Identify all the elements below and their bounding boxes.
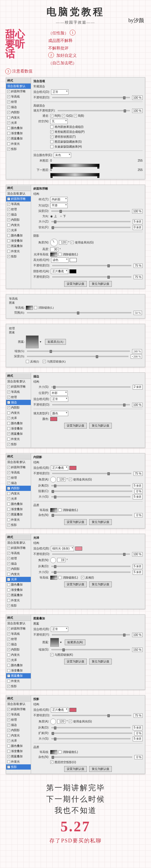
style-checkbox[interactable]: ✓ [7, 562, 10, 565]
link-layer-checkbox[interactable]: ✓ [43, 360, 46, 363]
knockout-dropdown[interactable]: 无 [50, 119, 68, 124]
sidebar-item[interactable]: ✓内阴影 [6, 566, 31, 571]
sidebar-item[interactable]: 颜色叠加 [6, 233, 31, 238]
snap-origin-button[interactable]: 贴紧原点(A) [45, 339, 66, 345]
dir-down-radio[interactable]: ○ [60, 215, 62, 218]
under-layer-gradient[interactable] [50, 173, 100, 177]
style-checkbox[interactable]: ✓ [7, 213, 10, 216]
reset-default-button[interactable]: 复位为默认值 [89, 766, 112, 772]
style-checkbox[interactable]: ✓ [7, 417, 10, 420]
sidebar-item[interactable]: ✓光泽 [6, 228, 31, 233]
scale-slider[interactable] [27, 350, 130, 352]
pattern-picker[interactable] [26, 335, 39, 348]
global-light-checkbox[interactable]: ✓ [71, 241, 74, 244]
style-checkbox[interactable] [7, 116, 10, 119]
global-light-checkbox[interactable]: ✓ [69, 478, 72, 481]
fill-value[interactable]: 100 [132, 108, 143, 113]
style-checkbox[interactable] [7, 234, 10, 237]
sidebar-item-blending-options[interactable]: 混合选项:默认 [6, 84, 31, 89]
stroke-opacity-slider[interactable] [52, 404, 129, 405]
style-checkbox[interactable]: ✓ [7, 524, 10, 526]
dir-up-radio[interactable]: ◉ [50, 215, 53, 218]
this-layer-gradient[interactable] [50, 164, 100, 167]
style-checkbox[interactable]: ✓ [7, 685, 10, 688]
stroke-blend-dropdown[interactable]: 正常 [51, 397, 68, 402]
ds-color-swatch[interactable] [69, 708, 76, 712]
sidebar-item[interactable]: ✓图案叠加 [6, 754, 31, 759]
style-checkbox[interactable]: ✓ [7, 674, 10, 677]
sidebar-item-blending-options[interactable]: 混合选项:默认 [6, 702, 31, 707]
sidebar-item[interactable]: ✓光泽 [6, 657, 31, 663]
sidebar-item[interactable]: ✓投影 [6, 147, 31, 152]
style-checkbox[interactable] [7, 760, 10, 763]
style-checkbox[interactable]: ✓ [7, 406, 10, 409]
style-checkbox[interactable] [7, 599, 10, 602]
sidebar-item[interactable]: ✓描边 [6, 561, 31, 566]
sidebar-item[interactable]: ✓光泽 [6, 415, 31, 421]
style-checkbox[interactable]: ✓ [7, 432, 10, 435]
sidebar-item[interactable]: ✓等高线 [6, 389, 31, 395]
style-checkbox[interactable]: ✓ [7, 594, 10, 597]
sidebar-item[interactable]: ✓光泽 [6, 738, 31, 743]
style-checkbox[interactable]: ✓ [7, 203, 10, 206]
contour-picker[interactable] [50, 576, 57, 580]
gloss-contour-picker[interactable] [50, 252, 57, 256]
aa-checkbox[interactable] [34, 306, 37, 309]
style-checkbox[interactable]: ✓ [7, 638, 10, 641]
sidebar-item[interactable]: 内发光 [6, 222, 31, 228]
sidebar-item[interactable]: ✓纹理 [6, 475, 31, 480]
set-default-button[interactable]: 设置为默认值 [64, 423, 87, 429]
aa-checkbox[interactable] [59, 508, 62, 512]
sidebar-item[interactable]: 渐变叠加 [6, 426, 31, 431]
style-checkbox[interactable] [7, 653, 10, 656]
sidebar-item[interactable]: ✓纹理 [6, 99, 31, 104]
sidebar-item[interactable]: ✓光泽 [6, 577, 31, 582]
style-checkbox[interactable]: ✓ [7, 100, 10, 103]
style-checkbox[interactable] [7, 508, 10, 511]
style-checkbox[interactable]: ✓ [7, 755, 10, 758]
depth-slider[interactable] [51, 211, 130, 212]
set-default-button[interactable]: 设置为默认值 [64, 281, 87, 287]
style-checkbox[interactable] [7, 132, 10, 135]
sidebar-item[interactable]: ✓描边 [6, 400, 31, 405]
aa-checkbox[interactable] [59, 253, 62, 256]
sidebar-item[interactable]: ✓等高线 [6, 712, 31, 717]
sidebar-item[interactable]: ✓投影 [6, 254, 31, 259]
global-light-checkbox[interactable]: ✓ [69, 720, 72, 723]
sidebar-item[interactable]: 外发光 [6, 678, 31, 684]
bevel-style-dropdown[interactable]: 内斜面 [50, 197, 68, 202]
highlight-mode-dropdown[interactable]: 滤色 [51, 257, 69, 262]
invert-checkbox[interactable]: ✓ [81, 576, 84, 579]
style-checkbox[interactable]: ✓ [7, 723, 10, 726]
fill-type-dropdown[interactable]: 颜色 [51, 411, 68, 416]
style-checkbox[interactable]: ✓ [7, 121, 10, 124]
sidebar-item[interactable]: 内发光 [6, 652, 31, 657]
channel-r-checkbox[interactable]: ✓ [50, 114, 53, 117]
sidebar-item[interactable]: ✓斜面和浮雕 [6, 465, 31, 470]
sidebar-item[interactable]: ✓等高线 [6, 631, 31, 637]
sidebar-item[interactable]: ✓斜面和浮雕 [6, 626, 31, 631]
style-checkbox[interactable]: ✓ [7, 643, 10, 646]
style-checkbox[interactable] [7, 250, 10, 253]
style-checkbox[interactable] [7, 127, 10, 130]
sidebar-item[interactable]: 渐变叠加 [6, 587, 31, 593]
sidebar-item[interactable]: ✓等高线 [6, 470, 31, 475]
set-default-button[interactable]: 设置为默认值 [64, 582, 87, 587]
style-checkbox[interactable] [7, 583, 10, 586]
style-checkbox[interactable] [7, 422, 10, 425]
style-checkbox[interactable]: ✓ [7, 567, 10, 570]
contour-picker[interactable] [50, 508, 57, 512]
style-checkbox[interactable] [7, 438, 10, 440]
sidebar-item[interactable]: 颜色叠加 [6, 421, 31, 426]
sidebar-item[interactable]: 颜色叠加 [6, 125, 31, 131]
bevel-technique-dropdown[interactable]: 平滑 [50, 203, 68, 208]
style-checkbox[interactable]: ✓ [7, 739, 10, 742]
reset-default-button[interactable]: 复位为默认值 [89, 281, 112, 287]
style-checkbox[interactable] [7, 518, 10, 521]
stroke-position-dropdown[interactable]: 外部 [50, 391, 68, 396]
sidebar-item[interactable]: ✓等高线 [6, 551, 31, 556]
sidebar-item[interactable]: 外发光 [6, 436, 31, 442]
sidebar-item-blending-options[interactable]: 混合选项:默认 [6, 379, 31, 384]
snap-origin-button[interactable]: 贴紧原点(A) [65, 640, 85, 645]
style-checkbox[interactable] [7, 427, 10, 430]
